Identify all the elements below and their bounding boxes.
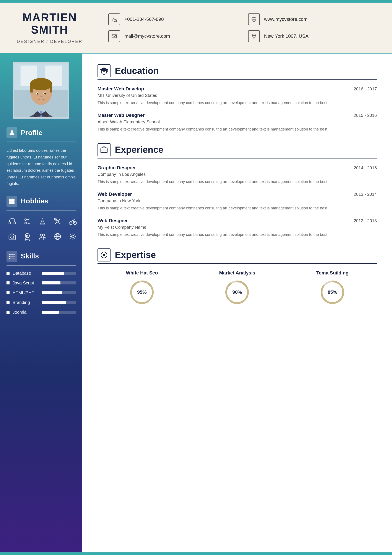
svg-rect-54	[10, 256, 15, 256]
svg-point-18	[37, 93, 39, 95]
website-contact: www.mycvstore.com	[248, 14, 379, 25]
skill-bar-fill	[42, 272, 64, 275]
entry-header: Web Developer 2013 - 2014	[97, 191, 377, 197]
svg-point-28	[25, 219, 26, 220]
education-entry-2: Master Web Desgner 2015 - 2016 Albert Wa…	[97, 112, 377, 132]
skill-name: Database	[13, 271, 39, 276]
skill-bar-bg	[42, 281, 76, 285]
svg-point-49	[72, 235, 74, 238]
website-value: www.mycvstore.com	[264, 16, 307, 22]
expertise-grid: White Hat Seo 95% Market Analysis	[97, 270, 377, 305]
skills-section-header: Skills	[7, 251, 76, 262]
headphones-icon	[7, 216, 18, 227]
hobbies-icon	[7, 196, 17, 207]
experience-header: Experience	[97, 143, 377, 156]
entry-company: Company In Los Angeles	[97, 172, 377, 177]
entry-title: Master Web Desgner	[97, 112, 145, 118]
skill-bar-fill	[42, 281, 60, 285]
skill-bar-bg	[42, 291, 76, 294]
job-title: DESIGNER / DEVELOPER	[13, 39, 86, 44]
svg-rect-22	[9, 199, 12, 201]
experience-entry-1: Graphic Desgner 2014 - 2015 Company In L…	[97, 165, 377, 185]
skill-name: HTML/PHT	[13, 290, 39, 295]
education-header: Education	[97, 64, 377, 77]
skill-joomla: Joomla	[7, 310, 76, 315]
skills-icon	[7, 251, 17, 262]
entry-institution: Albert Walah Elementary School	[97, 119, 377, 124]
expertise-divider	[97, 263, 377, 264]
entry-title: Graphic Desgner	[97, 165, 136, 171]
skill-bar-bg	[42, 272, 76, 275]
skill-html: HTML/PHT	[7, 290, 76, 295]
entry-header: Master Web Develop 2016 - 2017	[97, 86, 377, 92]
experience-title: Experience	[115, 145, 163, 155]
svg-point-39	[73, 219, 74, 220]
education-title: Education	[115, 66, 159, 76]
expertise-label: Market Analysis	[193, 270, 282, 276]
entry-company: My Feist Company Name	[97, 225, 377, 230]
svg-rect-24	[9, 201, 12, 204]
entry-date: 2013 - 2014	[354, 192, 377, 197]
sidebar: Profile Lid est laborums doloes rumes th…	[0, 54, 82, 552]
svg-point-4	[253, 35, 254, 36]
main-layout: Profile Lid est laborums doloes rumes th…	[0, 54, 392, 552]
svg-rect-53	[10, 254, 15, 255]
profile-section-title: Profile	[21, 129, 43, 137]
svg-rect-25	[12, 201, 15, 204]
chess-icon	[37, 216, 48, 227]
skill-bullet	[7, 291, 9, 294]
svg-point-44	[40, 234, 43, 236]
expertise-label: White Hat Seo	[97, 270, 186, 276]
full-name: MARTIEN SMITH	[13, 11, 86, 36]
skill-bar-bg	[42, 311, 76, 314]
entry-header: Graphic Desgner 2014 - 2015	[97, 165, 377, 171]
skills-divider	[7, 265, 76, 266]
profile-photo	[13, 62, 69, 119]
svg-point-29	[25, 222, 26, 224]
svg-rect-23	[12, 199, 15, 201]
skill-bullet	[7, 301, 9, 304]
svg-point-45	[43, 234, 45, 236]
skill-database: Database	[7, 271, 76, 276]
expertise-item-2: Market Analysis 90%	[193, 270, 282, 305]
email-contact: mail@mycvstore.com	[108, 30, 240, 42]
skill-name: Branding	[13, 300, 39, 305]
expertise-icon	[97, 248, 110, 262]
profile-icon	[7, 127, 17, 138]
entry-company: Company In New York	[97, 198, 377, 203]
phone-value: +001-234-567-890	[124, 16, 164, 22]
svg-point-42	[14, 235, 15, 236]
svg-point-19	[44, 93, 46, 95]
svg-rect-14	[30, 84, 32, 93]
location-value: New York 1007, USA	[264, 33, 309, 39]
skill-name: Joomla	[13, 310, 39, 315]
expertise-circle-1: 95%	[129, 279, 155, 305]
profile-text: Lid est laborums doloes rumes the fugate…	[7, 147, 76, 187]
website-icon	[248, 14, 260, 25]
expertise-percent: 90%	[232, 289, 242, 295]
skill-bullet	[7, 311, 9, 314]
profile-section-header: Profile	[7, 127, 76, 138]
phone-icon	[108, 14, 120, 25]
svg-rect-50	[9, 254, 10, 255]
entry-title: Master Web Develop	[97, 86, 144, 92]
email-icon	[108, 30, 120, 42]
svg-point-62	[103, 254, 105, 256]
education-icon	[97, 64, 110, 77]
location-contact: New York 1007, USA	[248, 30, 379, 42]
skill-bar-fill	[42, 311, 59, 314]
skill-bar-fill	[42, 291, 62, 294]
education-divider	[97, 79, 377, 80]
experience-divider	[97, 158, 377, 159]
svg-point-41	[11, 236, 14, 239]
settings2-icon	[67, 231, 79, 242]
entry-description: This is sample text creative development…	[97, 179, 377, 185]
expertise-circle-2: 90%	[224, 279, 250, 305]
entry-institution: MIT University of United States	[97, 93, 377, 98]
svg-rect-52	[9, 258, 10, 259]
education-entry-1: Master Web Develop 2016 - 2017 MIT Unive…	[97, 86, 377, 106]
svg-rect-55	[10, 258, 15, 258]
header-name-block: MARTIEN SMITH DESIGNER / DEVELOPER	[13, 11, 95, 44]
expertise-circle-3: 85%	[319, 279, 345, 305]
svg-line-31	[26, 223, 30, 224]
